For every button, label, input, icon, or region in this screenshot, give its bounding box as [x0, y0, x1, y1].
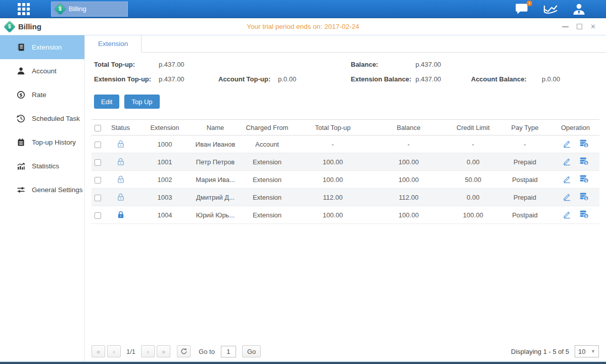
go-button[interactable]: Go [242, 345, 261, 357]
billing-window-icon: $ [4, 21, 16, 32]
row-checkbox[interactable] [95, 142, 101, 148]
status-unlocked-icon[interactable] [116, 175, 125, 184]
cell-balance: 100.00 [369, 153, 448, 171]
sidebar-item-top-up-history[interactable]: Top-up History [0, 130, 84, 154]
last-page-button[interactable]: » [157, 345, 170, 357]
close-button[interactable]: ✕ [590, 23, 596, 30]
svg-text:$: $ [585, 196, 587, 200]
top-up-row-icon[interactable]: $ [579, 192, 589, 201]
cell-total-top-up: - [296, 135, 369, 153]
line-chart-icon [543, 3, 558, 15]
table-row: 1001 Петр Петров Extension 100.00 100.00… [91, 153, 599, 171]
row-checkbox[interactable] [95, 177, 101, 184]
status-unlocked-icon[interactable] [116, 193, 125, 202]
sidebar-item-scheduled-task[interactable]: Scheduled Task [0, 107, 84, 130]
cell-charged-from: Account [238, 135, 296, 153]
select-all-checkbox[interactable] [95, 125, 101, 131]
taskbar-item-billing[interactable]: $ Billing [51, 2, 128, 17]
sidebar-item-label: Top-up History [32, 139, 76, 146]
extension-balance-value: p.437.00 [415, 75, 471, 83]
balance-label: Balance: [351, 61, 415, 68]
account-balance-value: p.0.00 [542, 75, 606, 83]
column-status: Status [104, 120, 137, 135]
extension-top-up-label: Extension Top-up: [94, 75, 159, 83]
sidebar-item-rate[interactable]: $ Rate [0, 83, 84, 107]
sidebar-item-account[interactable]: Account [0, 59, 84, 83]
status-unlocked-icon[interactable] [116, 140, 125, 149]
cell-charged-from: Extension [238, 171, 296, 189]
maximize-button[interactable] [577, 24, 582, 29]
cell-name: Петр Петров [193, 153, 238, 171]
top-up-row-icon[interactable]: $ [579, 174, 589, 184]
minimize-button[interactable] [562, 26, 569, 27]
top-up-row-icon[interactable]: $ [579, 139, 589, 148]
status-locked-icon[interactable] [116, 210, 125, 219]
cell-charged-from: Extension [238, 206, 296, 224]
balance-value: p.437.00 [415, 61, 471, 68]
cell-total-top-up: 100.00 [296, 206, 369, 224]
top-up-row-icon[interactable]: $ [579, 157, 589, 166]
resource-monitor-button[interactable] [543, 3, 558, 15]
row-checkbox[interactable] [95, 159, 101, 166]
sidebar-item-label: Extension [32, 43, 62, 51]
cell-name: Дмитрий Д... [193, 189, 238, 206]
history-clock-icon [17, 114, 25, 123]
edit-row-icon[interactable] [563, 210, 572, 219]
notifications-button[interactable]: ! [515, 3, 529, 15]
cell-pay-type: Prepaid [498, 153, 551, 171]
edit-row-icon[interactable] [563, 174, 572, 184]
main-content: Extension Total Top-up: p.437.00 Extensi… [85, 35, 606, 364]
cell-total-top-up: 100.00 [296, 171, 369, 189]
refresh-button[interactable] [177, 345, 191, 357]
table-row: 1000 Иван Иванов Account - - - - [91, 135, 599, 153]
window-title: Billing [18, 22, 41, 31]
cell-credit-limit: 50.00 [448, 171, 498, 189]
extension-table: Status Extension Name Charged From Total… [91, 119, 599, 224]
prev-page-button[interactable]: ‹ [107, 345, 121, 357]
app-launcher-icon[interactable] [18, 3, 30, 15]
extension-book-icon [17, 43, 25, 52]
table-row: 1002 Мария Ива... Extension 100.00 100.0… [91, 171, 599, 189]
cell-charged-from: Extension [238, 189, 296, 206]
cell-charged-from: Extension [238, 153, 296, 171]
edit-row-icon[interactable] [563, 157, 572, 166]
sidebar-item-statistics[interactable]: Statistics [0, 154, 84, 178]
table-row: 1004 Юрий Юрь... Extension 100.00 100.00… [91, 206, 599, 224]
column-credit-limit: Credit Limit [448, 120, 498, 135]
summary-section: Total Top-up: p.437.00 Extension Top-up:… [85, 53, 606, 83]
sidebar-item-label: General Settings [32, 186, 83, 194]
cell-extension: 1001 [137, 153, 193, 171]
status-unlocked-icon[interactable] [116, 157, 125, 166]
goto-label: Go to [199, 348, 215, 355]
svg-text:$: $ [585, 161, 587, 165]
sidebar-item-label: Rate [32, 91, 46, 99]
edit-row-icon[interactable] [563, 139, 572, 148]
top-up-row-icon[interactable]: $ [579, 210, 589, 219]
edit-row-icon[interactable] [563, 192, 572, 201]
user-menu-button[interactable] [572, 3, 586, 16]
goto-page-input[interactable] [221, 346, 236, 357]
svg-text:$: $ [19, 93, 22, 98]
row-checkbox[interactable] [95, 195, 101, 201]
next-page-button[interactable]: › [141, 345, 155, 357]
sidebar-item-general-settings[interactable]: General Settings [0, 178, 84, 202]
cell-balance: 100.00 [369, 206, 448, 224]
extension-top-up-value: p.437.00 [159, 75, 218, 83]
refresh-icon [180, 348, 188, 355]
edit-button[interactable]: Edit [94, 95, 119, 109]
top-up-button[interactable]: Top Up [124, 95, 159, 109]
action-buttons: Edit Top Up [85, 83, 606, 109]
first-page-button[interactable]: « [91, 345, 105, 357]
app-window: $ Billing ! [0, 0, 606, 364]
tab-extension[interactable]: Extension [85, 35, 142, 53]
sidebar-item-extension[interactable]: Extension [0, 35, 84, 59]
svg-text:$: $ [585, 214, 587, 218]
cell-name: Юрий Юрь... [193, 206, 238, 224]
pagination: « ‹ 1/1 › » Go to Go [91, 345, 261, 357]
total-top-up-label: Total Top-up: [94, 61, 159, 68]
tab-bar: Extension [85, 35, 606, 53]
page-size-select[interactable]: 10 ▼ [575, 345, 599, 357]
cell-balance: 100.00 [369, 171, 448, 189]
column-extension: Extension [137, 120, 193, 135]
row-checkbox[interactable] [95, 212, 101, 219]
